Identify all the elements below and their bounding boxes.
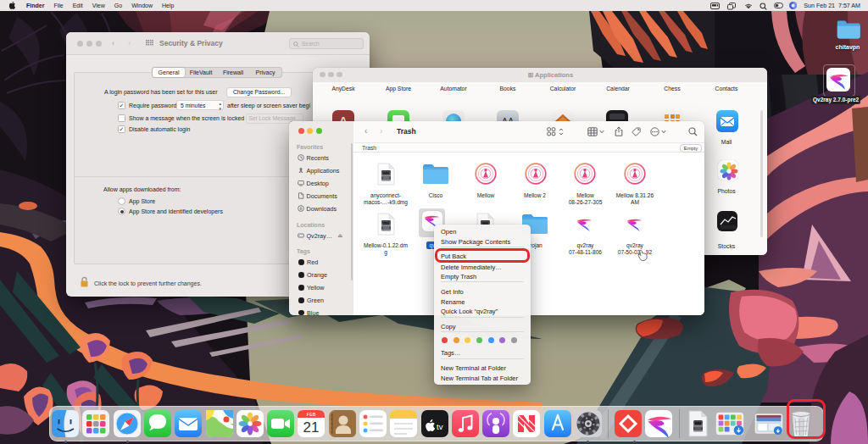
svg-text:tv: tv bbox=[437, 422, 443, 431]
svg-text:FEB: FEB bbox=[307, 412, 316, 417]
svg-text:21: 21 bbox=[303, 419, 320, 436]
